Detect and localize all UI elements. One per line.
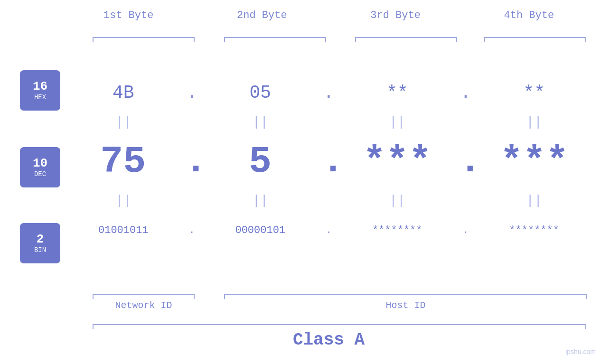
bracket3 [355,37,457,38]
bin-row: 01001011 . 00000101 . ******** . *******… [62,211,596,249]
eq2-b4: || [472,193,596,208]
bin-byte3: ******** [336,224,459,236]
host-bracket [224,294,587,295]
watermark: ipshu.com [565,348,596,355]
hex-badge-label: HEX [34,93,46,101]
eq2-b3: || [336,193,459,208]
network-id-label: Network ID [93,300,195,311]
hex-byte1: 4B [62,83,185,103]
byte1-header: 1st Byte [65,9,193,21]
byte4-header: 4th Byte [465,9,593,21]
hex-byte2: 05 [198,83,322,103]
dec-byte1: 75 [62,140,185,183]
bin-byte1: 01001011 [62,224,185,236]
bin-badge-label: BIN [34,246,46,254]
eq1-b2: || [198,115,322,130]
eq2-b2: || [198,193,322,208]
bin-dot3: . [459,224,473,236]
hex-dot2: . [322,83,336,103]
dec-byte3: *** [336,140,459,183]
rows-wrapper: 4B . 05 . ** . ** || || || || 75 . 5 . *… [62,45,596,249]
byte-headers: 1st Byte 2nd Byte 3rd Byte 4th Byte [62,9,596,21]
equals-row1: || || || || [62,112,596,133]
eq1-b3: || [336,115,459,130]
equals-row2: || || || || [62,190,596,211]
hex-row: 4B . 05 . ** . ** [62,74,596,112]
bracket1 [93,37,195,38]
dec-badge-number: 10 [33,157,47,170]
dec-byte4: *** [473,140,596,183]
eq1-b1: || [62,115,185,130]
dec-badge-label: DEC [34,170,46,178]
hex-dot1: . [185,83,199,103]
host-id-label: Host ID [224,300,587,311]
dec-row: 75 . 5 . *** . *** [62,133,596,190]
dec-dot3: . [459,142,473,180]
page-container: 1st Byte 2nd Byte 3rd Byte 4th Byte 16 H… [0,0,610,364]
bin-byte2: 00000101 [198,224,322,236]
network-bracket [93,294,195,295]
bin-dot2: . [322,224,336,236]
dec-dot1: . [185,142,199,180]
bin-byte4: ******** [472,224,596,236]
byte2-header: 2nd Byte [198,9,326,21]
bracket2 [224,37,326,38]
bin-dot1: . [185,224,199,236]
bin-badge-number: 2 [37,233,44,246]
bracket4 [484,37,586,38]
hex-badge: 16 HEX [20,70,60,111]
bin-badge: 2 BIN [20,223,60,263]
byte3-header: 3rd Byte [331,9,460,21]
hex-dot3: . [459,83,473,103]
hex-byte4: ** [472,83,596,103]
dec-badge: 10 DEC [20,147,60,187]
eq2-b1: || [62,193,185,208]
dec-byte2: 5 [199,140,322,183]
dec-dot2: . [322,142,336,180]
big-bottom-bracket [93,324,586,325]
eq1-b4: || [472,115,596,130]
hex-byte3: ** [336,83,459,103]
hex-badge-number: 16 [33,80,47,93]
class-a-label: Class A [62,330,596,350]
